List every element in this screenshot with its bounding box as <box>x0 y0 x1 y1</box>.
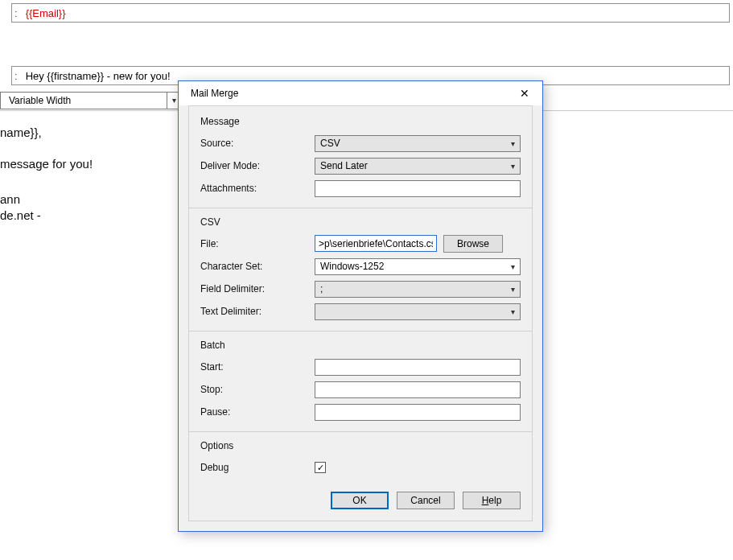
font-family-value: Variable Width <box>9 95 71 106</box>
chevron-down-icon <box>511 307 515 316</box>
file-label: File: <box>200 238 315 249</box>
source-select[interactable]: CSV <box>315 135 521 152</box>
to-field-row: : {{Email}} <box>11 3 730 23</box>
dialog-titlebar: Mail Merge ✕ <box>179 81 542 105</box>
mail-merge-dialog: Mail Merge ✕ Message Source: CSV Deliver… <box>178 80 543 532</box>
deliver-mode-select[interactable]: Send Later <box>315 158 521 175</box>
batch-pause-label: Pause: <box>200 406 315 418</box>
group-title-options: Options <box>200 440 521 451</box>
charset-value: Windows-1252 <box>320 261 384 272</box>
source-label: Source: <box>200 138 315 149</box>
deliver-mode-value: Send Later <box>320 160 368 171</box>
cancel-button[interactable]: Cancel <box>397 492 455 509</box>
field-delimiter-value: ; <box>320 283 323 294</box>
help-button[interactable]: Help <box>463 492 521 509</box>
field-delimiter-label: Field Delimiter: <box>200 283 315 294</box>
close-icon[interactable]: ✕ <box>519 88 530 99</box>
chevron-down-icon <box>511 162 515 171</box>
source-value: CSV <box>320 138 340 149</box>
batch-stop-input[interactable] <box>315 381 521 398</box>
dialog-body: Message Source: CSV Deliver Mode: Send L… <box>188 105 533 521</box>
group-title-csv: CSV <box>200 216 521 228</box>
debug-checkbox[interactable]: ✓ <box>315 462 326 473</box>
attachments-label: Attachments: <box>200 183 315 194</box>
charset-label: Character Set: <box>200 261 315 272</box>
subject-text[interactable]: Hey {{firstname}} - new for you! <box>26 70 171 82</box>
subject-label-colon: : <box>14 70 18 82</box>
ok-button[interactable]: OK <box>331 492 389 509</box>
group-title-message: Message <box>200 116 521 127</box>
chevron-down-icon <box>167 93 176 109</box>
field-delimiter-select[interactable]: ; <box>315 281 521 298</box>
to-address[interactable]: {{Email}} <box>26 7 66 19</box>
group-title-batch: Batch <box>200 340 521 351</box>
text-delimiter-select[interactable] <box>315 303 521 320</box>
batch-stop-label: Stop: <box>200 384 315 395</box>
dialog-title: Mail Merge <box>191 88 238 99</box>
chevron-down-icon <box>511 262 515 271</box>
font-family-select[interactable]: Variable Width <box>0 92 180 109</box>
batch-start-input[interactable] <box>315 359 521 376</box>
charset-select[interactable]: Windows-1252 <box>315 258 521 275</box>
to-label-colon: : <box>14 7 18 19</box>
attachments-input[interactable] <box>315 180 521 197</box>
browse-button[interactable]: Browse <box>443 235 503 253</box>
chevron-down-icon <box>511 139 515 148</box>
file-path-input[interactable] <box>315 235 437 252</box>
dialog-button-row: OK Cancel Help <box>200 492 521 509</box>
deliver-mode-label: Deliver Mode: <box>200 160 315 171</box>
batch-start-label: Start: <box>200 361 315 373</box>
batch-pause-input[interactable] <box>315 404 521 421</box>
chevron-down-icon <box>511 285 515 294</box>
debug-label: Debug <box>200 462 315 473</box>
text-delimiter-label: Text Delimiter: <box>200 306 315 317</box>
